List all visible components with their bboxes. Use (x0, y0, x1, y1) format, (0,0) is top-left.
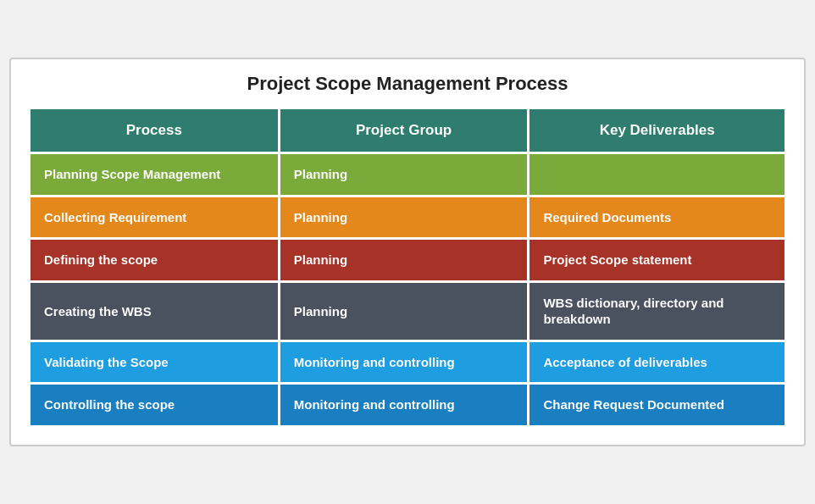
cell-key-deliverables: Change Request Documented (529, 385, 785, 425)
cell-process: Creating the WBS (30, 283, 278, 340)
cell-project-group: Planning (280, 283, 528, 340)
table-row: Planning Scope ManagementPlanning (30, 154, 785, 195)
table-wrapper: Process Project Group Key Deliverables P… (28, 107, 787, 428)
cell-process: Controlling the scope (30, 385, 278, 425)
cell-key-deliverables: Acceptance of deliverables (529, 342, 785, 383)
cell-process: Validating the Scope (30, 342, 278, 383)
table-row: Controlling the scopeMonitoring and cont… (30, 385, 785, 425)
page-title: Project Scope Management Process (28, 73, 787, 95)
cell-process: Planning Scope Management (30, 154, 278, 195)
cell-project-group: Planning (280, 154, 528, 195)
main-card: Project Scope Management Process Process… (9, 58, 806, 446)
header-key-deliverables: Key Deliverables (529, 109, 785, 152)
cell-key-deliverables: WBS dictionary, directory and breakdown (529, 283, 785, 340)
cell-key-deliverables: Required Documents (529, 197, 785, 238)
table-row: Validating the ScopeMonitoring and contr… (30, 342, 785, 383)
header-row: Process Project Group Key Deliverables (30, 109, 785, 152)
table-row: Creating the WBSPlanningWBS dictionary, … (30, 283, 785, 340)
cell-project-group: Planning (280, 197, 528, 238)
header-process: Process (30, 109, 278, 152)
cell-key-deliverables: Project Scope statement (529, 240, 785, 280)
table-row: Defining the scopePlanningProject Scope … (30, 240, 785, 280)
cell-key-deliverables (529, 154, 785, 195)
cell-process: Defining the scope (30, 240, 278, 280)
cell-project-group: Planning (280, 240, 528, 280)
cell-project-group: Monitoring and controlling (280, 342, 528, 383)
header-project-group: Project Group (280, 109, 528, 152)
main-table: Process Project Group Key Deliverables P… (28, 107, 787, 428)
cell-project-group: Monitoring and controlling (280, 385, 528, 425)
table-row: Collecting RequirementPlanningRequired D… (30, 197, 785, 238)
cell-process: Collecting Requirement (30, 197, 278, 238)
